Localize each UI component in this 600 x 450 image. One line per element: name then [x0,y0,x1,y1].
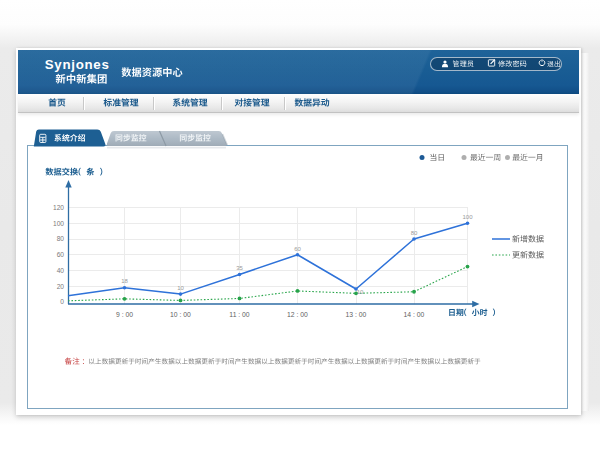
svg-text:10: 10 [357,289,364,295]
svg-text:40: 40 [57,267,65,274]
svg-text:60: 60 [294,246,301,252]
svg-text:80: 80 [57,235,65,242]
svg-text:35: 35 [236,265,243,271]
svg-text:13 : 00: 13 : 00 [346,311,367,318]
svg-text:120: 120 [53,204,64,211]
svg-text:9 : 00: 9 : 00 [116,311,133,318]
svg-text:80: 80 [411,230,418,236]
svg-text:100: 100 [53,220,64,227]
svg-text:60: 60 [57,251,65,258]
svg-text:100: 100 [462,214,473,220]
svg-text:10 : 00: 10 : 00 [170,311,191,318]
svg-text:10: 10 [177,285,184,291]
svg-text:0: 0 [60,298,64,305]
svg-text:11 : 00: 11 : 00 [229,311,250,318]
svg-text:12 : 00: 12 : 00 [287,311,308,318]
svg-text:20: 20 [57,283,65,290]
svg-text:18: 18 [121,278,128,284]
svg-text:14 : 00: 14 : 00 [404,311,425,318]
